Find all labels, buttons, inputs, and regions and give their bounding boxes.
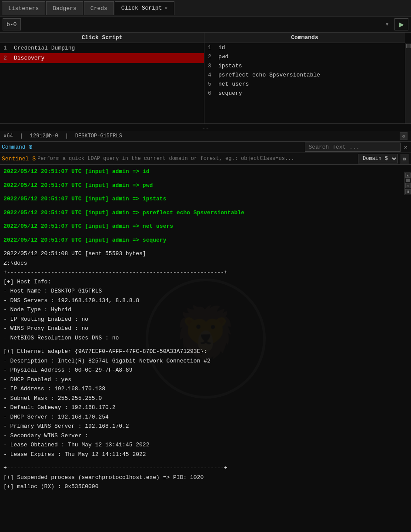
terminal-line: 2022/05/12 20:51:07 UTC [input] admin =>… [3, 209, 408, 217]
tab-listeners[interactable]: Listeners [2, 1, 45, 15]
scroll-down-arrow-h[interactable]: H [405, 183, 411, 188]
info-settings-icon[interactable]: ⚙ [400, 132, 408, 140]
cmd-item-6: 6 scquery [204, 89, 405, 98]
terminal-line: - WINS Proxy Enabled : no [3, 324, 408, 333]
scroll-up-btn[interactable] [406, 44, 411, 48]
badger-dropdown-wrapper: b-0 [3, 18, 392, 30]
terminal-line: [+] Ethernet adapter {9A77EEF0-AFFF-47FC… [3, 347, 408, 356]
tab-bar: Listeners Badgers Creds Click Script ✕ [0, 0, 411, 17]
terminal-line [3, 343, 408, 347]
terminal-line [3, 177, 408, 181]
terminal-line: - IP Address : 192.168.170.138 [3, 385, 408, 393]
script-item-credential[interactable]: 1 Credential Dumping [0, 43, 204, 53]
sentinel-label: Sentinel $ [2, 156, 36, 162]
tab-click-script[interactable]: Click Script ✕ [115, 1, 174, 15]
command-input-row: Command $ ✕ [0, 142, 411, 153]
terminal-line: [+] malloc (RX) : 0x535C0000 [3, 482, 408, 491]
terminal-line: - Lease Expires : Thu May 12 14:11:45 20… [3, 450, 408, 459]
play-button[interactable]: ▶ [394, 18, 408, 30]
terminal-line [3, 232, 408, 236]
cmd-item-4: 4 psreflect echo $psversiontable [204, 70, 405, 80]
terminal-line: - Default Gateway : 192.168.170.2 [3, 403, 408, 412]
cmd-item-3: 3 ipstats [204, 61, 405, 70]
terminal-line: - Node Type : Hybrid [3, 306, 408, 314]
cmd-item-1: 1 id [204, 43, 405, 52]
commands-header: Commands [204, 33, 405, 43]
right-scrollbar: ▲ H ⏸ [404, 172, 411, 195]
terminal-output[interactable]: 2022/05/12 20:51:07 UTC [input] admin =>… [0, 165, 411, 512]
terminal-line [3, 204, 408, 209]
terminal-line: - DNS Servers : 192.168.170.134, 8.8.8.8 [3, 296, 408, 305]
command-input[interactable] [34, 144, 303, 150]
terminal-line: 2022/05/12 20:51:07 UTC [input] admin =>… [3, 222, 408, 231]
cmd-item-2: 2 pwd [204, 52, 405, 61]
separator-dots: …… [0, 124, 411, 131]
pane-scrollbar [405, 43, 411, 123]
terminal-line: - Primary WINS Server : 192.168.170.2 [3, 422, 408, 431]
sentinel-row: Sentinel $ Domain $ ⊞ [0, 153, 411, 165]
terminal-line: - NetBIOS Resolution Uses DNS : no [3, 334, 408, 342]
terminal-line: 2022/05/12 20:51:07 UTC [input] admin =>… [3, 181, 408, 190]
click-script-header: Click Script [0, 33, 204, 43]
scroll-pause-icon[interactable]: ⏸ [405, 189, 411, 194]
command-label: Command $ [2, 144, 32, 150]
sentinel-input[interactable] [37, 156, 356, 162]
split-pane: Click Script 1 Credential Dumping 2 Disc… [0, 33, 411, 124]
search-close-icon[interactable]: ✕ [402, 143, 409, 151]
terminal-line: 2022/05/12 20:51:07 UTC [input] admin =>… [3, 195, 408, 203]
terminal-line: [+] Suspended process (searchprotocolhos… [3, 473, 408, 482]
terminal-line: - Description : Intel(R) 82574L Gigabit … [3, 357, 408, 366]
click-script-pane: Click Script 1 Credential Dumping 2 Disc… [0, 33, 204, 123]
terminal-line [3, 218, 408, 222]
terminal-line: - DHCP Server : 192.168.170.254 [3, 413, 408, 422]
sentinel-action-icon[interactable]: ⊞ [400, 154, 409, 163]
cmd-item-5: 5 net users [204, 80, 405, 89]
search-text-input[interactable] [305, 143, 401, 152]
badger-dropdown[interactable]: b-0 [3, 18, 21, 30]
terminal-line: - Subnet Mask : 255.255.255.0 [3, 394, 408, 403]
terminal-line [3, 459, 408, 464]
terminal-line: [+] Host Info: [3, 278, 408, 286]
domain-dropdown[interactable]: Domain $ [358, 154, 398, 163]
terminal-line [3, 245, 408, 249]
close-tab-icon[interactable]: ✕ [164, 5, 167, 11]
terminal-line: Z:\docs [3, 259, 408, 268]
toolbar-row: b-0 ▶ [0, 17, 411, 33]
script-item-discovery[interactable]: 2 Discovery [0, 53, 204, 63]
terminal-line: - Host Name : DESKTOP-G15FRLS [3, 287, 408, 296]
terminal-line: 2022/05/12 20:51:07 UTC [input] admin =>… [3, 167, 408, 176]
scroll-track-top [406, 179, 410, 182]
terminal-line: - IP Routing Enabled : no [3, 315, 408, 324]
terminal-line [3, 190, 408, 195]
terminal-line: - DHCP Enabled : yes [3, 376, 408, 384]
tab-badgers[interactable]: Badgers [46, 1, 83, 15]
terminal-line: - Physical Address : 00-0C-29-7F-A8-89 [3, 366, 408, 375]
scroll-up-arrow[interactable]: ▲ [405, 173, 411, 178]
terminal-line: +---------------------------------------… [3, 268, 408, 277]
terminal-line: - Lease Obtained : Thu May 12 13:41:45 2… [3, 441, 408, 449]
terminal-line: 2022/05/12 20:51:08 UTC [sent 55593 byte… [3, 249, 408, 258]
info-bar: x64 | 12912@b-0 | DESKTOP-G15FRLS ⚙ [0, 131, 411, 142]
terminal-line: +---------------------------------------… [3, 464, 408, 472]
tab-creds[interactable]: Creds [84, 1, 114, 15]
commands-pane: Commands 1 id 2 pwd 3 ipstats 4 psreflec… [204, 33, 411, 123]
terminal-line: - Secondary WINS Server : [3, 432, 408, 440]
terminal-line: 2022/05/12 20:51:07 UTC [input] admin =>… [3, 236, 408, 245]
